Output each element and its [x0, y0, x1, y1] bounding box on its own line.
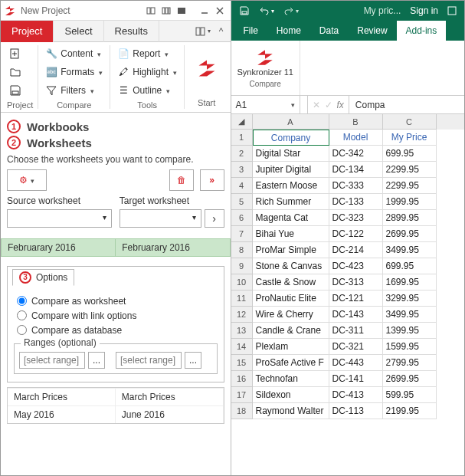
cell-c13[interactable]: 1399.95 [383, 323, 437, 339]
spreadsheet[interactable]: ◢ A B C 1CompanyModelMy Price2Digital St… [231, 114, 465, 475]
open-project-icon[interactable] [7, 64, 24, 80]
delete-button[interactable]: 🗑 [169, 169, 194, 191]
compare-link-radio[interactable]: Compare with link options [17, 310, 214, 321]
cell-c9[interactable]: 699.95 [383, 258, 437, 274]
cell-c16[interactable]: 2699.95 [383, 371, 437, 387]
cell-a14[interactable]: Plexlam [253, 339, 329, 355]
cell-a8[interactable]: ProMar Simple [253, 242, 329, 258]
report-dropdown[interactable]: 📄Report [115, 45, 179, 62]
cell-c8[interactable]: 3499.95 [383, 242, 437, 258]
target-range-picker[interactable]: ... [185, 352, 201, 369]
column-header-c[interactable]: C [383, 114, 437, 130]
row-header-6[interactable]: 6 [231, 210, 253, 226]
cell-a9[interactable]: Stone & Canvas [253, 258, 329, 274]
filters-dropdown[interactable]: Filters [43, 82, 105, 99]
cell-c7[interactable]: 2699.95 [383, 226, 437, 242]
cell-b6[interactable]: DC-323 [329, 210, 383, 226]
cell-a11[interactable]: ProNautic Elite [253, 291, 329, 307]
cell-c17[interactable]: 599.95 [383, 387, 437, 403]
next-button[interactable]: » [200, 169, 224, 191]
excel-tab-file[interactable]: File [234, 21, 267, 41]
cell-b8[interactable]: DC-214 [329, 242, 383, 258]
cell-a6[interactable]: Magenta Cat [253, 210, 329, 226]
source-worksheet-dropdown[interactable] [7, 209, 112, 228]
cell-a3[interactable]: Jupiter Digital [253, 162, 329, 178]
row-header-7[interactable]: 7 [231, 226, 253, 242]
cell-c11[interactable]: 3299.95 [383, 291, 437, 307]
cell-c5[interactable]: 1999.95 [383, 194, 437, 210]
cell-b3[interactable]: DC-134 [329, 162, 383, 178]
row-header-8[interactable]: 8 [231, 242, 253, 258]
cell-c10[interactable]: 1699.95 [383, 274, 437, 291]
chevron-up-icon[interactable]: ^ [213, 23, 230, 40]
compare-worksheet-radio[interactable]: Compare as worksheet [17, 296, 214, 307]
select-all-corner[interactable]: ◢ [231, 114, 253, 130]
excel-tab-data[interactable]: Data [310, 21, 348, 41]
layout-col1-icon[interactable] [143, 3, 159, 18]
excel-tab-review[interactable]: Review [348, 21, 396, 41]
cell-b7[interactable]: DC-122 [329, 226, 383, 242]
name-box[interactable]: A1 [231, 96, 300, 114]
cell-b1[interactable]: Model [329, 130, 383, 146]
signin-link[interactable]: Sign in [407, 1, 441, 21]
target-worksheet-dropdown[interactable] [120, 209, 201, 228]
formats-dropdown[interactable]: 🔤Formats [43, 64, 105, 80]
cell-a10[interactable]: Castle & Snow [253, 274, 329, 291]
row-header-2[interactable]: 2 [231, 146, 253, 162]
row-header-14[interactable]: 14 [231, 339, 253, 355]
start-button[interactable] [196, 45, 218, 91]
cell-a18[interactable]: Raymond Walter [253, 403, 329, 419]
minimize-button[interactable] [197, 3, 212, 18]
row-header-5[interactable]: 5 [231, 194, 253, 210]
row-header-16[interactable]: 16 [231, 371, 253, 387]
new-project-icon[interactable] [7, 45, 24, 62]
cell-c3[interactable]: 2299.95 [383, 162, 437, 178]
formula-value[interactable]: Compa [349, 100, 385, 110]
cell-b12[interactable]: DC-143 [329, 307, 383, 323]
target-range-input[interactable]: [select range] [116, 352, 182, 369]
cancel-formula-icon[interactable]: ✕ [313, 100, 320, 110]
cell-b14[interactable]: DC-321 [329, 339, 383, 355]
cell-a17[interactable]: Sildexon [253, 387, 329, 403]
tab-project[interactable]: Project [1, 21, 54, 42]
outline-dropdown[interactable]: ☰Outline [115, 82, 179, 99]
footer-value-2[interactable]: June 2016 [116, 405, 224, 423]
row-header-15[interactable]: 15 [231, 355, 253, 371]
save-icon[interactable] [236, 1, 253, 21]
next-sheet-button[interactable]: › [205, 209, 224, 228]
row-header-10[interactable]: 10 [231, 274, 253, 291]
cell-b16[interactable]: DC-141 [329, 371, 383, 387]
cell-c2[interactable]: 699.95 [383, 146, 437, 162]
highlight-dropdown[interactable]: 🖍Highlight [115, 64, 179, 80]
cell-a12[interactable]: Wire & Cherry [253, 307, 329, 323]
cell-c6[interactable]: 2899.95 [383, 210, 437, 226]
cell-b4[interactable]: DC-333 [329, 178, 383, 194]
share-icon[interactable] [444, 1, 460, 21]
row-header-4[interactable]: 4 [231, 178, 253, 194]
cell-c14[interactable]: 1599.95 [383, 339, 437, 355]
cell-c18[interactable]: 2199.95 [383, 403, 437, 419]
cell-a5[interactable]: Rich Summer [253, 194, 329, 210]
synkronizer-button[interactable]: Synkronizer 11 Compare [231, 41, 300, 95]
cell-b11[interactable]: DC-121 [329, 291, 383, 307]
save-project-icon[interactable] [7, 82, 24, 99]
cell-b15[interactable]: DC-443 [329, 355, 383, 371]
cell-b10[interactable]: DC-313 [329, 274, 383, 291]
source-range-input[interactable]: [select range] [19, 352, 85, 369]
cell-b13[interactable]: DC-311 [329, 323, 383, 339]
row-header-17[interactable]: 17 [231, 387, 253, 403]
row-header-11[interactable]: 11 [231, 291, 253, 307]
tab-results[interactable]: Results [104, 21, 159, 42]
cell-a1[interactable]: Company [253, 130, 329, 146]
row-header-9[interactable]: 9 [231, 258, 253, 274]
row-header-13[interactable]: 13 [231, 323, 253, 339]
row-header-18[interactable]: 18 [231, 403, 253, 419]
row-header-1[interactable]: 1 [231, 130, 253, 146]
content-dropdown[interactable]: 🔧Content [43, 45, 105, 62]
tab-select[interactable]: Select [54, 21, 103, 42]
cell-a13[interactable]: Candle & Crane [253, 323, 329, 339]
cell-a2[interactable]: Digital Star [253, 146, 329, 162]
cell-b9[interactable]: DC-423 [329, 258, 383, 274]
column-header-a[interactable]: A [253, 114, 329, 130]
excel-tab-add-ins[interactable]: Add-ins [397, 21, 447, 41]
